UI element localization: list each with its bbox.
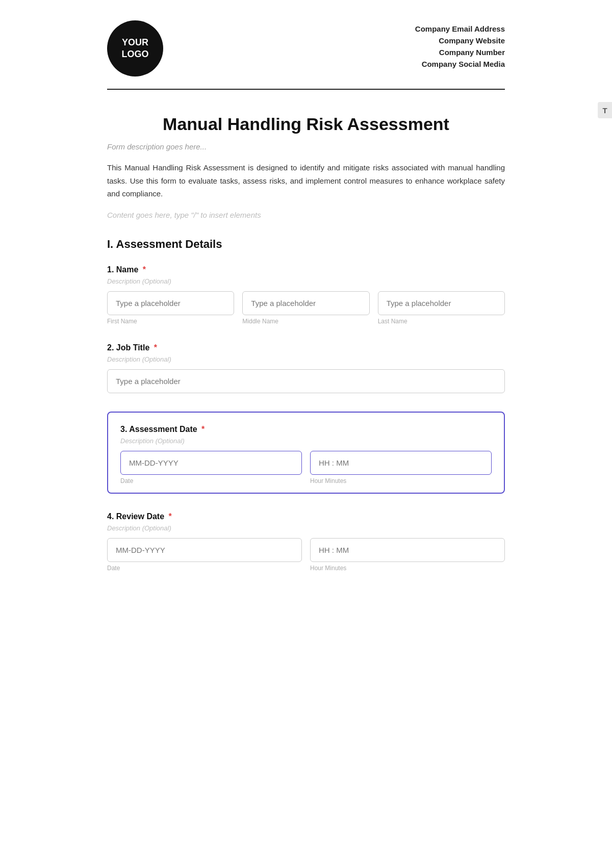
company-social: Company Social Media [415, 60, 505, 68]
field-name-description: Description (Optional) [107, 277, 505, 285]
form-body-text: This Manual Handling Risk Assessment is … [107, 161, 505, 200]
field-assessment-date: 3. Assessment Date * Description (Option… [107, 412, 505, 494]
review-time-col: Hour Minutes [310, 538, 505, 572]
job-title-col [107, 369, 505, 393]
review-date-sublabel: Date [107, 565, 302, 572]
field-job-title: 2. Job Title * Description (Optional) [107, 343, 505, 393]
first-name-input[interactable] [107, 291, 234, 315]
field-review-date-label: 4. Review Date * [107, 512, 505, 521]
field-review-date-description: Description (Optional) [107, 524, 505, 532]
middle-name-sublabel: Middle Name [242, 318, 369, 325]
middle-name-input[interactable] [242, 291, 369, 315]
content-placeholder: Content goes here, type "/" to insert el… [107, 211, 505, 219]
assessment-date-input-row: Date Hour Minutes [120, 451, 492, 484]
review-date-input-row: Date Hour Minutes [107, 538, 505, 572]
job-title-input-row [107, 369, 505, 393]
company-website: Company Website [415, 36, 505, 45]
assessment-date-input[interactable] [120, 451, 302, 475]
assessment-time-input[interactable] [310, 451, 492, 475]
middle-name-col: Middle Name [242, 291, 369, 325]
review-time-sublabel: Hour Minutes [310, 565, 505, 572]
last-name-input[interactable] [378, 291, 505, 315]
first-name-sublabel: First Name [107, 318, 234, 325]
review-date-input[interactable] [107, 538, 302, 562]
assessment-time-sublabel: Hour Minutes [310, 477, 492, 484]
form-description-placeholder: Form description goes here... [107, 142, 505, 151]
first-name-col: First Name [107, 291, 234, 325]
field-name: 1. Name * Description (Optional) First N… [107, 265, 505, 325]
last-name-sublabel: Last Name [378, 318, 505, 325]
section1-heading: I. Assessment Details [107, 238, 505, 251]
assessment-date-col: Date [120, 451, 302, 484]
company-email: Company Email Address [415, 24, 505, 33]
logo-line1: YOUR [122, 37, 148, 48]
field-assessment-date-label: 3. Assessment Date * [120, 425, 492, 434]
assessment-date-sublabel: Date [120, 477, 302, 484]
header-divider [107, 89, 505, 90]
name-input-row: First Name Middle Name Last Name [107, 291, 505, 325]
company-logo: YOUR LOGO [107, 20, 163, 76]
review-date-col: Date [107, 538, 302, 572]
header: YOUR LOGO Company Email Address Company … [107, 20, 505, 76]
company-info: Company Email Address Company Website Co… [415, 20, 505, 68]
field-review-date: 4. Review Date * Description (Optional) … [107, 512, 505, 572]
page-container: YOUR LOGO Company Email Address Company … [76, 0, 536, 631]
field-job-title-label: 2. Job Title * [107, 343, 505, 352]
assessment-time-col: Hour Minutes [310, 451, 492, 484]
company-number: Company Number [415, 48, 505, 57]
review-time-input[interactable] [310, 538, 505, 562]
last-name-col: Last Name [378, 291, 505, 325]
logo-line2: LOGO [122, 48, 149, 60]
field-assessment-date-description: Description (Optional) [120, 437, 492, 445]
form-title: Manual Handling Risk Assessment [107, 114, 505, 134]
job-title-input[interactable] [107, 369, 505, 393]
sidebar-indicator: T [598, 102, 612, 118]
field-job-title-description: Description (Optional) [107, 355, 505, 363]
field-name-label: 1. Name * [107, 265, 505, 274]
